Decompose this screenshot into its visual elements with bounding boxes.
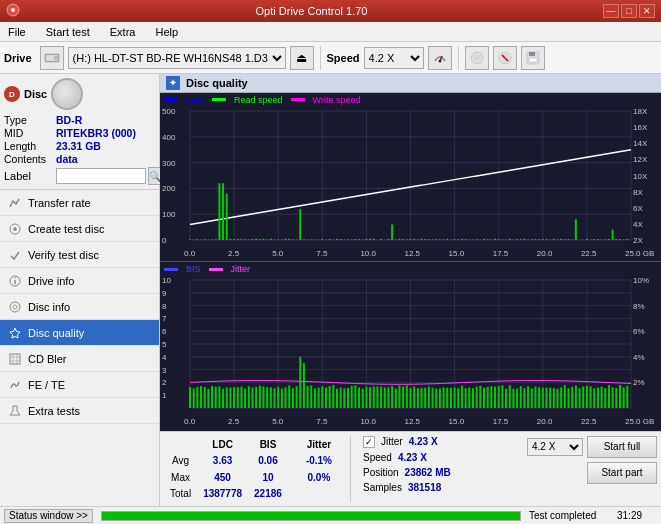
disc-quality-header: ✦ Disc quality — [160, 74, 661, 93]
position-value: 23862 MB — [405, 467, 451, 478]
nav-disc-info[interactable]: Disc info — [0, 294, 159, 320]
position-row: Position 23862 MB — [363, 467, 451, 478]
nav-disc-quality[interactable]: Disc quality — [0, 320, 159, 346]
speed-row-label: Speed — [363, 452, 392, 463]
dq-header-icon: ✦ — [166, 76, 180, 90]
save-icon-btn[interactable] — [521, 46, 545, 70]
main-layout: D Disc Type BD-R MID RITEKBR3 (000) Leng… — [0, 74, 661, 506]
erase-icon-btn[interactable] — [493, 46, 517, 70]
status-bar: Status window >> Test completed 31:29 — [0, 506, 661, 524]
minimize-button[interactable]: — — [603, 4, 619, 18]
menu-bar: File Start test Extra Help — [0, 22, 661, 42]
samples-label: Samples — [363, 482, 402, 493]
nav-items: Transfer rate Create test disc Verify te… — [0, 190, 159, 424]
drive-select[interactable]: (H:) HL-DT-ST BD-RE WH16NS48 1.D3 — [68, 47, 286, 69]
eject-button[interactable]: ⏏ — [290, 46, 314, 70]
start-full-button[interactable]: Start full — [587, 436, 657, 458]
sidebar: D Disc Type BD-R MID RITEKBR3 (000) Leng… — [0, 74, 160, 506]
fe-te-icon — [8, 378, 22, 392]
nav-create-test-disc[interactable]: Create test disc — [0, 216, 159, 242]
jitter-legend-color — [209, 268, 223, 271]
svg-point-6 — [438, 59, 441, 62]
title-controls: — □ ✕ — [603, 4, 655, 18]
close-button[interactable]: ✕ — [639, 4, 655, 18]
bis-legend-color — [164, 268, 178, 271]
disc-label-row: Label 🔍 — [4, 167, 155, 185]
charts-area: LDC Read speed Write speed BIS Jitter — [160, 93, 661, 431]
menu-file[interactable]: File — [4, 24, 30, 40]
stats-total-row: Total 1387778 22186 — [164, 485, 338, 502]
jitter-row: ✓ Jitter 4.23 X — [363, 436, 451, 448]
menu-extra[interactable]: Extra — [106, 24, 140, 40]
disc-contents-row: Contents data — [4, 153, 155, 165]
disc-info-icon — [8, 300, 22, 314]
start-part-button[interactable]: Start part — [587, 462, 657, 484]
menu-start-test[interactable]: Start test — [42, 24, 94, 40]
speed-label: Speed — [327, 52, 360, 64]
time-text: 31:29 — [617, 510, 657, 521]
stats-avg-row: Avg 3.63 0.06 -0.1% — [164, 452, 338, 469]
speed-row: Speed 4.23 X — [363, 452, 451, 463]
ldc-chart-canvas — [160, 93, 661, 260]
stats-max-row: Max 450 10 0.0% — [164, 469, 338, 486]
progress-bar-container — [101, 511, 521, 521]
speed-select[interactable]: 4.2 X — [364, 47, 424, 69]
jitter-label: Jitter — [381, 436, 403, 447]
nav-extra-tests[interactable]: Extra tests — [0, 398, 159, 424]
start-full-row: 4.2 X Start full — [527, 436, 657, 458]
ldc-chart: LDC Read speed Write speed — [160, 93, 661, 263]
progress-bar-fill — [102, 512, 520, 520]
svg-point-4 — [54, 56, 58, 60]
title-bar: Opti Drive Control 1.70 — □ ✕ — [0, 0, 661, 22]
disc-type-row: Type BD-R — [4, 114, 155, 126]
content-area: ✦ Disc quality LDC Read speed Write spee… — [160, 74, 661, 506]
bis-legend-label: BIS — [186, 264, 201, 274]
nav-verify-test-disc[interactable]: Verify test disc — [0, 242, 159, 268]
disc-quality-icon — [8, 326, 22, 340]
verify-disc-icon — [8, 248, 22, 262]
svg-point-1 — [11, 8, 15, 12]
disc-mid-row: MID RITEKBR3 (000) — [4, 127, 155, 139]
disc-icon-btn[interactable] — [465, 46, 489, 70]
ldc-legend-color — [164, 98, 178, 101]
jitter-legend-label: Jitter — [231, 264, 251, 274]
write-speed-legend-color — [291, 98, 305, 101]
maximize-button[interactable]: □ — [621, 4, 637, 18]
nav-fe-te[interactable]: FE / TE — [0, 372, 159, 398]
stats-table: LDC BIS Jitter Avg 3.63 0.06 -0.1% Max 4… — [164, 436, 338, 502]
nav-cd-bler[interactable]: CD Bler — [0, 346, 159, 372]
create-disc-icon — [8, 222, 22, 236]
stats-buttons: 4.2 X Start full Start part — [527, 436, 657, 502]
separator-1 — [320, 46, 321, 70]
svg-rect-15 — [529, 58, 537, 62]
jitter-speed: 4.23 X — [409, 436, 438, 447]
svg-rect-25 — [10, 354, 20, 364]
speed-row-value: 4.23 X — [398, 452, 427, 463]
menu-help[interactable]: Help — [151, 24, 182, 40]
read-speed-legend-color — [212, 98, 226, 101]
bis-chart-canvas — [160, 262, 661, 428]
status-text: Test completed — [529, 510, 609, 521]
stats-right: ✓ Jitter 4.23 X Speed 4.23 X Position 23… — [363, 436, 451, 502]
separator-2 — [458, 46, 459, 70]
nav-transfer-rate[interactable]: Transfer rate — [0, 190, 159, 216]
svg-point-9 — [476, 57, 478, 59]
write-speed-legend-label: Write speed — [313, 95, 361, 105]
extra-tests-icon — [8, 404, 22, 418]
read-speed-legend-label: Read speed — [234, 95, 283, 105]
samples-row: Samples 381518 — [363, 482, 451, 493]
jitter-checkbox[interactable]: ✓ — [363, 436, 375, 448]
disc-header-icon: D — [4, 86, 20, 102]
disc-length-row: Length 23.31 GB — [4, 140, 155, 152]
speed-combo-select[interactable]: 4.2 X — [527, 438, 583, 456]
disc-image — [51, 78, 83, 110]
position-label: Position — [363, 467, 399, 478]
svg-point-23 — [13, 305, 17, 309]
status-window-button[interactable]: Status window >> — [4, 509, 93, 523]
nav-drive-info[interactable]: Drive info — [0, 268, 159, 294]
ldc-legend-label: LDC — [186, 95, 204, 105]
disc-label-input[interactable] — [56, 168, 146, 184]
bis-chart: BIS Jitter — [160, 262, 661, 431]
svg-rect-14 — [529, 52, 535, 56]
app-icon — [6, 3, 20, 19]
